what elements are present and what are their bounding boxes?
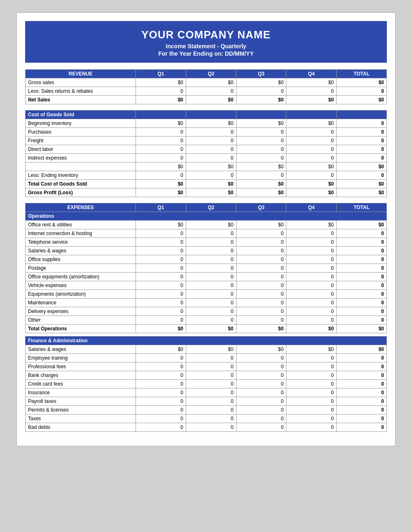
beginning-inv-q2: $0 xyxy=(186,119,236,128)
table-row: Vehicle expenses 0 0 0 0 0 xyxy=(26,281,387,290)
indirect-exp-label: Indirect expenses xyxy=(26,154,136,162)
table-row: Payroll taxes 0 0 0 0 0 xyxy=(26,397,387,406)
finance-label: Finance & Administration xyxy=(26,337,387,345)
net-sales-total: $0 xyxy=(337,96,387,104)
cogs-section-header: Cost of Goods Sold xyxy=(26,111,387,119)
purchases-label: Purchases xyxy=(26,128,136,137)
expenses-total-header: TOTAL xyxy=(337,203,387,212)
table-row: Gross Profit (Loss) $0 $0 $0 $0 $0 xyxy=(26,188,387,197)
sales-returns-q2: 0 xyxy=(186,87,236,96)
ending-inv-label: Less: Ending inventory xyxy=(26,171,136,180)
beginning-inv-q1: $0 xyxy=(136,119,186,128)
table-row: Less: Ending inventory 0 0 0 0 0 xyxy=(26,171,387,180)
table-row: Credit card fees 0 0 0 0 0 xyxy=(26,380,387,388)
operations-label: Operations xyxy=(26,212,387,221)
table-row: Internet connection & hosting 0 0 0 0 0 xyxy=(26,229,387,238)
table-row: Postage 0 0 0 0 0 xyxy=(26,264,387,273)
table-row: Employee training 0 0 0 0 0 xyxy=(26,354,387,363)
net-sales-q2: $0 xyxy=(186,96,236,104)
total-cogs-label: Total Cost of Goods Sold xyxy=(26,180,136,188)
table-row: Total Operations $0 $0 $0 $0 $0 xyxy=(26,325,387,333)
table-row: Bad debts 0 0 0 0 0 xyxy=(26,423,387,432)
expenses-q4-header: Q4 xyxy=(286,203,337,212)
gross-sales-q3: $0 xyxy=(236,78,286,87)
table-row: Delivery expenses 0 0 0 0 0 xyxy=(26,307,387,316)
table-row: Insurance 0 0 0 0 0 xyxy=(26,388,387,397)
finance-subsection: Finance & Administration xyxy=(26,337,387,345)
net-sales-q1: $0 xyxy=(136,96,186,104)
table-row: Office rent & utilities $0 $0 $0 $0 $0 xyxy=(26,221,387,229)
table-row: Less: Sales returns & rebates 0 0 0 0 0 xyxy=(26,87,387,96)
page: YOUR COMPANY NAME Income Statement - Qua… xyxy=(16,12,396,446)
table-row: Taxes 0 0 0 0 0 xyxy=(26,414,387,423)
revenue-table: REVENUE Q1 Q2 Q3 Q4 TOTAL Gross sales $0… xyxy=(25,69,387,104)
table-row: Net Sales $0 $0 $0 $0 $0 xyxy=(26,96,387,104)
table-row: Beginning inventory $0 $0 $0 $0 0 xyxy=(26,119,387,128)
beginning-inv-label: Beginning inventory xyxy=(26,119,136,128)
expenses-q1-header: Q1 xyxy=(136,203,186,212)
table-row: Office supplies 0 0 0 0 0 xyxy=(26,255,387,264)
beginning-inv-total: 0 xyxy=(337,119,387,128)
beginning-inv-q3: $0 xyxy=(236,119,286,128)
expenses-q2-header: Q2 xyxy=(186,203,236,212)
net-sales-q3: $0 xyxy=(236,96,286,104)
table-row: $0 $0 $0 $0 $0 xyxy=(26,162,387,171)
table-row: Indirect expenses 0 0 0 0 0 xyxy=(26,154,387,162)
freight-label: Freight xyxy=(26,137,136,145)
report-subtitle2: For the Year Ending on: DD/MM/YY xyxy=(29,50,383,57)
sales-returns-total: 0 xyxy=(337,87,387,96)
revenue-q2-header: Q2 xyxy=(186,70,236,78)
gross-sales-total: $0 xyxy=(337,78,387,87)
net-sales-q4: $0 xyxy=(286,96,337,104)
company-name: YOUR COMPANY NAME xyxy=(29,28,383,41)
cogs-label: Cost of Goods Sold xyxy=(26,111,136,119)
table-row: Salaries & wages 0 0 0 0 0 xyxy=(26,247,387,255)
gross-profit-label: Gross Profit (Loss) xyxy=(26,188,136,197)
revenue-section-header: REVENUE xyxy=(26,70,136,78)
gross-sales-label: Gross sales xyxy=(26,78,136,87)
expenses-q3-header: Q3 xyxy=(236,203,286,212)
table-row: Total Cost of Goods Sold $0 $0 $0 $0 $0 xyxy=(26,180,387,188)
total-operations-label: Total Operations xyxy=(26,325,136,333)
table-row: Telephone service 0 0 0 0 0 xyxy=(26,238,387,247)
operations-subsection: Operations xyxy=(26,212,387,221)
report-header: YOUR COMPANY NAME Income Statement - Qua… xyxy=(25,21,387,63)
spacer-row xyxy=(26,333,387,337)
table-row: Purchases 0 0 0 0 0 xyxy=(26,128,387,137)
table-row: Gross sales $0 $0 $0 $0 $0 xyxy=(26,78,387,87)
sales-returns-q3: 0 xyxy=(236,87,286,96)
revenue-q1-header: Q1 xyxy=(136,70,186,78)
sales-returns-q4: 0 xyxy=(286,87,337,96)
cogs-table: Cost of Goods Sold Beginning inventory $… xyxy=(25,110,387,197)
revenue-q4-header: Q4 xyxy=(286,70,337,78)
table-row: Direct labor 0 0 0 0 0 xyxy=(26,145,387,154)
table-row: Freight 0 0 0 0 0 xyxy=(26,137,387,145)
table-row: Other: 0 0 0 0 0 xyxy=(26,316,387,325)
sales-returns-label: Less: Sales returns & rebates xyxy=(26,87,136,96)
revenue-q3-header: Q3 xyxy=(236,70,286,78)
gross-sales-q1: $0 xyxy=(136,78,186,87)
gross-sales-q4: $0 xyxy=(286,78,337,87)
report-subtitle1: Income Statement - Quarterly xyxy=(29,43,383,49)
table-row: Office equipments (amortization) 0 0 0 0… xyxy=(26,273,387,281)
table-row: Bank charges 0 0 0 0 0 xyxy=(26,371,387,380)
revenue-total-header: TOTAL xyxy=(337,70,387,78)
sales-returns-q1: 0 xyxy=(136,87,186,96)
beginning-inv-q4: $0 xyxy=(286,119,337,128)
table-row: Equipments (amortization) 0 0 0 0 0 xyxy=(26,290,387,299)
net-sales-label: Net Sales xyxy=(26,96,136,104)
office-rent-label: Office rent & utilities xyxy=(26,221,136,229)
direct-labor-label: Direct labor xyxy=(26,145,136,154)
table-row: Permits & licenses 0 0 0 0 0 xyxy=(26,406,387,414)
expenses-table: EXPENSES Q1 Q2 Q3 Q4 TOTAL Operations Of… xyxy=(25,203,387,432)
table-row: Salaries & wages $0 $0 $0 $0 $0 xyxy=(26,345,387,354)
expenses-section-header: EXPENSES xyxy=(26,203,136,212)
table-row: Maintenance 0 0 0 0 0 xyxy=(26,299,387,307)
gross-sales-q2: $0 xyxy=(186,78,236,87)
table-row: Professional fees 0 0 0 0 0 xyxy=(26,363,387,371)
